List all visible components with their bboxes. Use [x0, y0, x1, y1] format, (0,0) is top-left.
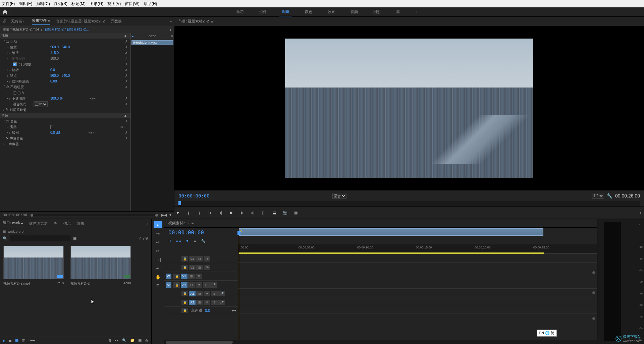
lock-v2[interactable]: 🔒	[181, 265, 189, 271]
reset-icon[interactable]: ↺	[124, 45, 127, 49]
go-to-in-button[interactable]: |◂	[207, 210, 213, 216]
track-v2[interactable]: V2	[189, 265, 196, 271]
timeline-timecode[interactable]: 00:00:00:00	[168, 229, 204, 236]
mark-in-button[interactable]: {	[185, 210, 192, 216]
solo-a1[interactable]: S	[203, 282, 210, 288]
timeline-ruler[interactable]: 00:00 00:00:05:00 00:00:10:00 00:00:15:0…	[238, 244, 597, 254]
keyframe-nav[interactable]: ◂ ◆ ▸	[88, 131, 94, 134]
sync-v3[interactable]: ⊟	[196, 256, 203, 262]
eye-v3[interactable]: 👁	[203, 256, 211, 262]
tab-effect-controls[interactable]: 效果控件 ≡	[32, 18, 50, 25]
panel-overflow-icon[interactable]: »	[147, 222, 149, 226]
timeline-h-scrollbar[interactable]	[164, 340, 597, 344]
mute-a2[interactable]: M	[203, 291, 211, 297]
tab-media-browser[interactable]: 媒体浏览器	[29, 221, 48, 226]
solo-a3[interactable]: S	[211, 299, 218, 305]
lock-a3[interactable]: 🔒	[181, 299, 189, 305]
list-view-icon[interactable]: ☰	[8, 338, 12, 343]
step-back-button[interactable]: ◂|	[217, 210, 224, 216]
ws-color[interactable]: 颜色	[302, 8, 315, 16]
ec-rotation-val[interactable]: 0.0	[50, 68, 55, 72]
source-a1[interactable]: A1	[166, 282, 172, 288]
ws-assembly[interactable]: 组件	[257, 8, 269, 16]
ec-pos-x[interactable]: 960.0	[50, 45, 59, 49]
sequence-thumbnail[interactable]	[70, 246, 131, 279]
settings-icon[interactable]: 🔧	[607, 193, 612, 198]
new-bin-button[interactable]: 📁	[130, 338, 135, 343]
type-tool[interactable]: T	[154, 282, 162, 289]
program-monitor[interactable]	[174, 26, 644, 190]
menu-file[interactable]: 文件(F)	[2, 1, 15, 7]
ec-anchor-x[interactable]: 960.0	[50, 74, 59, 77]
lift-button[interactable]: ⬚	[260, 210, 267, 216]
reset-icon[interactable]: ↺	[124, 119, 127, 123]
tab-project[interactable]: 项目: work ≡	[3, 220, 23, 227]
mute-a3[interactable]: M	[203, 299, 211, 305]
eye-v2[interactable]: 👁	[203, 265, 211, 271]
source-v1[interactable]: V1	[166, 273, 172, 279]
menu-window[interactable]: 窗口(W)	[125, 1, 139, 7]
ec-opacity-val[interactable]: 100.0 %	[50, 97, 63, 100]
mask-pen-icon[interactable]: ✎	[21, 91, 24, 95]
panel-overflow-icon[interactable]: »	[170, 19, 172, 23]
uniform-scale-checkbox[interactable]: ✓	[13, 62, 17, 66]
new-item-button[interactable]: ▦	[138, 338, 142, 343]
menu-view[interactable]: 视图(V)	[107, 1, 121, 7]
ec-sequence-clip[interactable]: 视频素材2~2 * 视频素材2~2...	[45, 27, 89, 32]
pen-tool[interactable]: ✒	[154, 265, 162, 272]
project-search-input[interactable]	[10, 235, 70, 241]
reset-icon[interactable]: ↺	[124, 51, 127, 55]
work-area-bar[interactable]	[239, 252, 544, 254]
marker-icon[interactable]: ▼	[174, 210, 181, 216]
play-button[interactable]: ▶	[228, 210, 235, 216]
ec-pos-y[interactable]: 540.0	[61, 45, 70, 49]
track-select-tool[interactable]: ⇥	[154, 230, 162, 237]
ws-library[interactable]: 库	[393, 8, 402, 16]
razor-tool[interactable]: ✂	[154, 247, 162, 254]
icon-view-icon[interactable]: ▦	[15, 338, 18, 343]
lock-master[interactable]: 🔒	[181, 307, 189, 313]
trash-button[interactable]: 🗑	[145, 339, 149, 343]
audio-clip[interactable]: fx	[239, 228, 543, 236]
sync-a1[interactable]: ⊟	[188, 282, 195, 288]
track-v3[interactable]: V3	[189, 256, 196, 262]
ws-overflow[interactable]: »	[413, 8, 420, 16]
playhead-icon[interactable]	[178, 201, 181, 205]
program-scrubber[interactable]	[178, 201, 640, 207]
ec-anchor-y[interactable]: 540.0	[61, 74, 70, 77]
project-bin[interactable]: 视频素材2~2.mp42:18 视频素材2~226:00	[0, 242, 151, 336]
find-icon[interactable]: 🔍	[122, 338, 127, 343]
hand-tool[interactable]: ✋	[154, 273, 162, 281]
ec-volume[interactable]: 音量	[10, 119, 17, 124]
reset-icon[interactable]: ↺	[124, 62, 127, 66]
reset-icon[interactable]: ↺	[124, 68, 127, 72]
voice-a2[interactable]: 🎤	[218, 291, 225, 297]
ws-graphics[interactable]: 图形	[371, 8, 383, 16]
track-v1[interactable]: V1	[180, 273, 188, 279]
mask-ellipse-icon[interactable]: ◯	[13, 91, 16, 95]
ec-opacity[interactable]: 不透明度	[10, 85, 24, 90]
reset-icon[interactable]: ↺	[124, 102, 127, 106]
ec-scrubber-end[interactable]	[155, 214, 158, 217]
ec-mini-timeline[interactable]: ▸00:000 视频素材2~2.mp4	[130, 33, 174, 211]
bypass-checkbox[interactable]	[50, 125, 54, 129]
lock-v3[interactable]: 🔒	[181, 256, 189, 262]
menu-graphics[interactable]: 图形(G)	[90, 1, 103, 7]
sync-a2[interactable]: ⊟	[196, 291, 203, 297]
project-item[interactable]: 视频素材2~2.mp42:18	[3, 246, 64, 286]
ec-timecode[interactable]: 00:00:00:00	[3, 213, 27, 217]
menu-marker[interactable]: 标记(M)	[71, 1, 86, 7]
tab-metadata[interactable]: 元数据	[111, 19, 122, 24]
ws-audio[interactable]: 音频	[348, 8, 361, 16]
timeline-content[interactable]: 00:00 00:00:05:00 00:00:10:00 00:00:15:0…	[238, 228, 597, 340]
timeline-v-scrollbar[interactable]	[592, 254, 596, 333]
lock-a2[interactable]: 🔒	[181, 291, 189, 297]
tab-library[interactable]: 库	[54, 221, 57, 226]
reset-icon[interactable]: ↺	[124, 85, 127, 89]
marker-add-icon[interactable]: ▼	[185, 239, 189, 243]
reset-icon[interactable]: ↺	[124, 131, 127, 134]
extract-button[interactable]: ⬓	[271, 210, 278, 216]
panel-menu-icon[interactable]: ≡	[211, 19, 213, 23]
master-val[interactable]: 0.0	[205, 308, 210, 312]
resolution-select[interactable]: 1/2	[592, 193, 604, 199]
